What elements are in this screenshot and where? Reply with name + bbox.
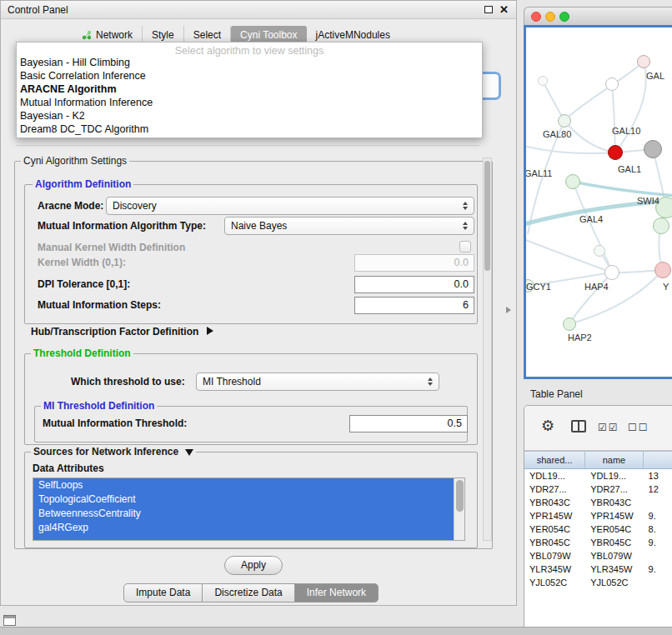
network-node[interactable] xyxy=(644,140,662,158)
manual-kernel-checkbox[interactable] xyxy=(459,241,471,252)
table-cell: YPR145W xyxy=(524,509,585,522)
network-node-label: GAL11 xyxy=(526,168,552,178)
mi-type-select[interactable]: Naive Bayes xyxy=(224,217,474,235)
network-node[interactable] xyxy=(637,55,650,68)
table-cell: 9. xyxy=(644,536,672,549)
table-cell: YBR045C xyxy=(524,536,585,549)
column-header-shared-name[interactable]: shared... xyxy=(524,452,585,468)
network-node[interactable] xyxy=(653,218,669,234)
network-node[interactable] xyxy=(565,174,580,189)
sources-toggle[interactable]: Sources for Network Inference xyxy=(31,446,196,458)
network-node-label: GAL1 xyxy=(618,164,641,174)
settings-scrollbar[interactable] xyxy=(483,158,492,541)
control-panel-window: Control Panel ✕ Network Style Select Cyn… xyxy=(0,0,517,606)
menu-item-aracne[interactable]: ARACNE Algorithm xyxy=(17,82,482,96)
separator-line xyxy=(16,145,479,146)
menu-item-basic-correlation[interactable]: Basic Correlation Inference xyxy=(17,69,482,82)
deselect-all-columns-icon[interactable]: ☐☐ xyxy=(628,422,649,433)
data-attributes-list[interactable]: SelfLoops TopologicalCoefficient Between… xyxy=(33,478,465,541)
list-item[interactable]: BetweennessCentrality xyxy=(33,507,454,521)
which-threshold-label: Which threshold to use: xyxy=(71,376,185,388)
cyni-settings-legend: Cyni Algorithm Settings xyxy=(21,155,129,167)
table-row[interactable]: YER054CYER054C8. xyxy=(524,522,672,536)
list-item[interactable]: SelfLoops xyxy=(33,478,454,492)
close-icon[interactable]: ✕ xyxy=(499,3,509,16)
control-panel-title: Control Panel xyxy=(8,4,68,16)
select-all-columns-icon[interactable]: ☑☑ xyxy=(598,422,619,433)
table-row[interactable]: YDL19...YDL19...13 xyxy=(524,469,672,482)
menu-item-bayesian-hill-climbing[interactable]: Bayesian - Hill Climbing xyxy=(17,56,482,69)
minimize-traffic-light[interactable] xyxy=(545,12,555,22)
kernel-width-field[interactable]: 0.0 xyxy=(354,254,474,272)
table-cell: YBR043C xyxy=(585,496,643,509)
manual-kernel-label: Manual Kernel Width Definition xyxy=(38,242,185,253)
tab-infer-network[interactable]: Infer Network xyxy=(295,583,379,602)
combo-arrows-icon xyxy=(463,202,468,210)
network-node[interactable] xyxy=(563,318,576,331)
hub-section-toggle[interactable]: Hub/Transcription Factor Definition xyxy=(31,326,213,338)
menu-item-mutual-information[interactable]: Mutual Information Inference xyxy=(17,96,482,109)
list-scrollbar[interactable] xyxy=(454,478,464,540)
network-node[interactable] xyxy=(594,245,605,257)
table-row[interactable]: YBR045CYBR045C9. xyxy=(524,536,672,549)
network-canvas[interactable]: ▲ GALGAL80GAL10GAL11GAL1SWI4GAL4GCY1HAP4… xyxy=(526,28,672,377)
which-threshold-select[interactable]: MI Threshold xyxy=(196,372,439,391)
table-row[interactable]: YJL052CYJL052C xyxy=(524,576,672,589)
float-window-icon[interactable] xyxy=(484,6,493,13)
tab-label: Network xyxy=(96,29,133,41)
scrollbar-thumb[interactable] xyxy=(456,480,464,512)
mi-steps-field[interactable]: 6 xyxy=(354,297,474,314)
table-cell xyxy=(644,576,672,589)
network-node-label: GAL10 xyxy=(612,126,640,136)
network-node-label: HAP4 xyxy=(584,282,609,292)
table-row[interactable]: YBR043CYBR043C xyxy=(524,496,672,509)
restore-panel-icon[interactable] xyxy=(3,615,16,626)
dpi-tolerance-label: DPI Tolerance [0,1]: xyxy=(38,278,130,290)
list-item[interactable]: TopologicalCoefficient xyxy=(33,492,454,507)
dpi-tolerance-field[interactable]: 0.0 xyxy=(354,276,474,293)
tab-impute-data[interactable]: Impute Data xyxy=(123,583,203,602)
column-header-name[interactable]: name xyxy=(585,452,643,468)
panel-divider-handle[interactable] xyxy=(506,307,511,313)
selected-value: MI Threshold xyxy=(203,376,428,388)
table-row[interactable]: YLR345WYLR345W9. xyxy=(524,562,672,576)
column-header-clipped[interactable] xyxy=(644,452,672,468)
network-node[interactable] xyxy=(605,78,619,91)
network-node[interactable] xyxy=(558,114,571,128)
zoom-traffic-light[interactable] xyxy=(559,12,569,22)
network-node-label: SWI4 xyxy=(637,196,659,206)
list-item[interactable]: gal4RGexp xyxy=(33,521,454,535)
table-row[interactable]: YPR145WYPR145W9. xyxy=(524,509,672,522)
network-window-titlebar xyxy=(524,7,672,25)
aracne-mode-select[interactable]: Discovery xyxy=(106,197,474,215)
network-frame: ▲ GALGAL80GAL10GAL11GAL1SWI4GAL4GCY1HAP4… xyxy=(524,25,672,379)
apply-button[interactable]: Apply xyxy=(224,556,283,575)
columns-icon[interactable] xyxy=(571,420,586,432)
tab-discretize-data[interactable]: Discretize Data xyxy=(203,583,294,602)
close-traffic-light[interactable] xyxy=(531,12,541,22)
table-row[interactable]: YDR27...YDR27...12 xyxy=(524,482,672,496)
list-item-partial[interactable] xyxy=(33,535,454,540)
expand-down-icon xyxy=(185,449,193,456)
scrollbar-thumb[interactable] xyxy=(484,161,490,271)
aracne-mode-label: Aracne Mode: xyxy=(38,200,103,212)
network-node-label: GAL4 xyxy=(579,214,603,224)
bottom-status-strip xyxy=(0,627,672,635)
table-body: YDL19...YDL19...13YDR27...YDR27...12YBR0… xyxy=(524,469,672,634)
mi-threshold-label: Mutual Information Threshold: xyxy=(43,418,187,429)
menu-item-bayesian-k2[interactable]: Bayesian - K2 xyxy=(17,109,482,122)
network-view-window: ▲ GALGAL80GAL10GAL11GAL1SWI4GAL4GCY1HAP4… xyxy=(524,7,672,379)
network-node-label: HAP2 xyxy=(568,332,592,342)
menu-item-dream8[interactable]: Dream8 DC_TDC Algorithm xyxy=(17,122,482,136)
table-toolbar: ⚙ ☑☑ ☐☐ xyxy=(524,406,672,451)
algorithm-definition-legend: Algorithm Definition xyxy=(33,178,133,190)
network-node[interactable] xyxy=(538,76,548,86)
table-row[interactable]: YBL079WYBL079W xyxy=(524,549,672,562)
network-node[interactable] xyxy=(654,262,671,278)
bottom-tab-bar: Impute Data Discretize Data Infer Networ… xyxy=(123,583,379,602)
gear-icon[interactable]: ⚙ xyxy=(541,417,554,435)
mi-threshold-field[interactable]: 0.5 xyxy=(349,415,468,432)
selected-value: Naive Bayes xyxy=(231,220,463,232)
network-node[interactable] xyxy=(604,265,619,280)
network-node[interactable] xyxy=(608,145,623,160)
